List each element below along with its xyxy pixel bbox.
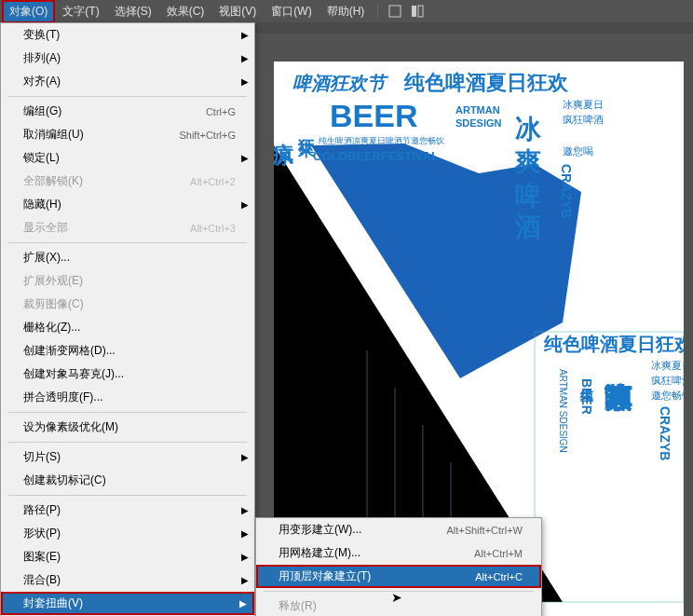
submenu-arrow-icon: ▶ bbox=[241, 153, 249, 163]
menu-effect[interactable]: 效果(C) bbox=[159, 0, 212, 23]
object-menu-item-5[interactable]: 取消编组(U)Shift+Ctrl+G bbox=[1, 123, 254, 146]
menu-object[interactable]: 对象(O) bbox=[2, 0, 55, 23]
object-menu-item-15[interactable]: 创建渐变网格(D)... bbox=[1, 339, 254, 363]
object-menu-item-22[interactable]: 创建裁切标记(C) bbox=[1, 469, 254, 492]
menu-shortcut: Shift+Ctrl+G bbox=[179, 130, 236, 141]
menu-view[interactable]: 视图(V) bbox=[211, 0, 264, 23]
brand2: SDESIGN bbox=[455, 117, 502, 129]
svg-text:纯生BEER: 纯生BEER bbox=[579, 378, 594, 415]
menu-window[interactable]: 窗口(W) bbox=[264, 0, 319, 23]
menu-shortcut: Alt+Ctrl+3 bbox=[190, 223, 236, 234]
menu-separator bbox=[8, 96, 247, 97]
submenu-arrow-icon: ▶ bbox=[241, 552, 249, 562]
envelope-submenu-item-0[interactable]: 用变形建立(W)...Alt+Shift+Ctrl+W bbox=[256, 518, 541, 541]
menu-item-label: 形状(P) bbox=[23, 526, 61, 541]
menu-type[interactable]: 文字(T) bbox=[55, 0, 106, 23]
menu-item-label: 扩展(X)... bbox=[23, 250, 70, 266]
side2: 疯狂啤酒 bbox=[563, 114, 604, 125]
menu-item-label: 用顶层对象建立(T) bbox=[279, 568, 371, 584]
object-menu-item-26[interactable]: 图案(E)▶ bbox=[1, 545, 254, 568]
menu-item-label: 编组(G) bbox=[23, 103, 61, 119]
object-menu-item-16[interactable]: 创建对象马赛克(J)... bbox=[1, 363, 254, 386]
submenu-arrow-icon: ▶ bbox=[241, 76, 249, 87]
svg-text:邀您畅饮: 邀您畅饮 bbox=[651, 390, 684, 401]
object-menu-item-14[interactable]: 栅格化(Z)... bbox=[1, 316, 254, 339]
menu-item-label: 排列(A) bbox=[23, 50, 61, 66]
svg-text:冰爽啤酒节: 冰爽啤酒节 bbox=[604, 383, 633, 412]
envelope-submenu-item-1[interactable]: 用网格建立(M)...Alt+Ctrl+M bbox=[256, 541, 541, 565]
menu-item-label: 拼合透明度(F)... bbox=[23, 390, 102, 405]
toolbar-icon-2[interactable] bbox=[410, 4, 425, 19]
object-menu-item-0[interactable]: 变换(T)▶ bbox=[1, 23, 254, 47]
banner-text: 啤酒狂欢节 bbox=[292, 73, 389, 93]
object-menu-item-1[interactable]: 排列(A)▶ bbox=[1, 47, 254, 70]
svg-text:疯狂啤酒: 疯狂啤酒 bbox=[651, 375, 684, 386]
object-menu-item-24[interactable]: 路径(P)▶ bbox=[1, 499, 254, 522]
menu-shortcut: Alt+Ctrl+2 bbox=[190, 176, 236, 187]
submenu-arrow-icon: ▶ bbox=[241, 30, 249, 40]
object-menu-item-8[interactable]: 隐藏(H)▶ bbox=[1, 193, 254, 216]
menu-shortcut: Ctrl+G bbox=[206, 106, 236, 117]
toolbar-icon-1[interactable] bbox=[387, 4, 402, 19]
menu-item-label: 扩展外观(E) bbox=[23, 273, 83, 289]
big-col: 冰 bbox=[514, 116, 541, 143]
menu-item-label: 全部解锁(K) bbox=[23, 173, 83, 189]
menu-item-label: 对齐(A) bbox=[23, 74, 61, 89]
object-menu-item-11[interactable]: 扩展(X)... bbox=[1, 246, 254, 269]
object-menu-item-9: 显示全部Alt+Ctrl+3 bbox=[1, 216, 254, 240]
menu-item-label: 设为像素级优化(M) bbox=[23, 419, 118, 435]
svg-text:CRAZYB: CRAZYB bbox=[658, 406, 673, 460]
beer-large: BEER bbox=[330, 98, 417, 133]
object-menu-item-13: 裁剪图像(C) bbox=[1, 293, 254, 316]
menubar: 对象(O) 文字(T) 选择(S) 效果(C) 视图(V) 窗口(W) 帮助(H… bbox=[0, 0, 693, 22]
object-menu-item-25[interactable]: 形状(P)▶ bbox=[1, 522, 254, 545]
object-menu-item-7: 全部解锁(K)Alt+Ctrl+2 bbox=[1, 170, 254, 193]
menu-item-label: 取消编组(U) bbox=[23, 127, 84, 143]
submenu-arrow-icon: ▶ bbox=[241, 199, 249, 210]
side3: 邀您喝 bbox=[563, 145, 593, 157]
object-menu-item-21[interactable]: 切片(S)▶ bbox=[1, 445, 254, 469]
menu-separator bbox=[8, 412, 247, 413]
object-menu-item-4[interactable]: 编组(G)Ctrl+G bbox=[1, 100, 254, 123]
menu-separator bbox=[8, 442, 247, 443]
menu-select[interactable]: 选择(S) bbox=[107, 0, 159, 23]
divider bbox=[377, 4, 378, 19]
object-menu-dropdown: 变换(T)▶排列(A)▶对齐(A)▶编组(G)Ctrl+G取消编组(U)Shif… bbox=[0, 22, 255, 616]
svg-rect-1 bbox=[412, 6, 416, 17]
object-menu-item-27[interactable]: 混合(B)▶ bbox=[1, 568, 254, 592]
crazy: CRAZYB bbox=[559, 164, 574, 218]
menu-item-label: 裁剪图像(C) bbox=[23, 296, 84, 312]
menu-item-label: 隐藏(H) bbox=[23, 197, 61, 212]
menu-item-label: 变换(T) bbox=[23, 27, 60, 43]
cursor-icon: ➤ bbox=[391, 590, 402, 605]
svg-text:纯色啤酒夏日狂欢: 纯色啤酒夏日狂欢 bbox=[543, 334, 684, 354]
object-menu-item-6[interactable]: 锁定(L)▶ bbox=[1, 146, 254, 170]
menu-item-label: 创建渐变网格(D)... bbox=[23, 343, 116, 359]
menu-separator bbox=[8, 495, 247, 496]
object-menu-item-28[interactable]: 封套扭曲(V)▶ bbox=[1, 592, 254, 615]
submenu-arrow-icon: ▶ bbox=[241, 53, 249, 63]
menu-item-label: 锁定(L) bbox=[23, 150, 60, 166]
menu-item-label: 栅格化(Z)... bbox=[23, 320, 80, 335]
menu-item-label: 显示全部 bbox=[23, 220, 68, 236]
submenu-arrow-icon: ▶ bbox=[241, 505, 249, 515]
menu-separator bbox=[8, 242, 247, 243]
menu-item-label: 路径(P) bbox=[23, 502, 61, 518]
envelope-submenu-item-2[interactable]: 用顶层对象建立(T)Alt+Ctrl+C bbox=[256, 565, 541, 588]
side1: 冰爽夏日 bbox=[563, 99, 604, 110]
object-menu-item-19[interactable]: 设为像素级优化(M) bbox=[1, 416, 254, 439]
slogan-text: 纯色啤酒夏日狂欢 bbox=[403, 71, 569, 94]
svg-rect-2 bbox=[418, 6, 423, 17]
object-menu-item-2[interactable]: 对齐(A)▶ bbox=[1, 70, 254, 93]
menu-item-label: 切片(S) bbox=[23, 449, 61, 465]
object-menu-item-17[interactable]: 拼合透明度(F)... bbox=[1, 386, 254, 409]
brand1: ARTMAN bbox=[455, 104, 500, 116]
svg-text:ARTMAN SDESIGN: ARTMAN SDESIGN bbox=[558, 369, 568, 453]
object-menu-item-12: 扩展外观(E) bbox=[1, 269, 254, 293]
menu-help[interactable]: 帮助(H) bbox=[319, 0, 373, 23]
svg-rect-0 bbox=[389, 6, 401, 17]
menu-item-label: 创建对象马赛克(J)... bbox=[23, 366, 124, 382]
sub-text: 纯生啤酒凉爽夏日啤酒节邀您畅饮 bbox=[319, 136, 444, 145]
menu-item-label: 用网格建立(M)... bbox=[279, 545, 360, 561]
menu-item-label: 释放(R) bbox=[279, 598, 317, 614]
